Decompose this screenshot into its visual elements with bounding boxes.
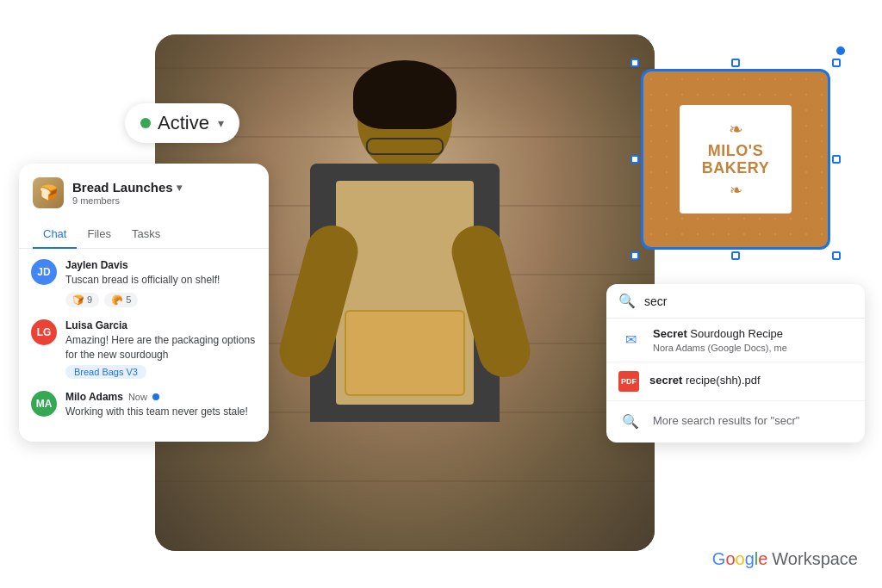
reaction-croissant[interactable]: 🥐 5 bbox=[104, 293, 138, 307]
search-result-1[interactable]: ✉ Secret Sourdough Recipe Nora Adams (Go… bbox=[606, 319, 865, 362]
search-result-2[interactable]: PDF secret recipe(shh).pdf bbox=[606, 362, 865, 401]
msg-content-2: Luisa Garcia Amazing! Here are the packa… bbox=[65, 319, 257, 380]
message-3: MA Milo Adams Now Working with this team… bbox=[31, 391, 257, 419]
result-subtitle-1: Nora Adams (Google Docs), me bbox=[653, 343, 853, 353]
msg-text-3: Working with this team never gets stale! bbox=[65, 405, 257, 419]
msg-author-2: Luisa Garcia bbox=[65, 319, 257, 331]
tab-files[interactable]: Files bbox=[77, 222, 121, 249]
search-panel: 🔍 secr ✉ Secret Sourdough Recipe Nora Ad… bbox=[606, 284, 865, 443]
channel-info: Bread Launches ▾ 9 members bbox=[72, 180, 255, 206]
msg-content-1: Jaylen Davis Tuscan bread is officially … bbox=[65, 259, 257, 307]
brand-o2: o bbox=[736, 549, 745, 568]
doc-icon: ✉ bbox=[618, 328, 643, 352]
bakery-subtitle: BAKERY bbox=[697, 159, 774, 177]
chat-messages: JD Jaylen Davis Tuscan bread is official… bbox=[19, 249, 269, 442]
chevron-down-icon: ▾ bbox=[218, 116, 224, 130]
search-query-text[interactable]: secr bbox=[644, 294, 853, 308]
handle-bottom-right[interactable] bbox=[832, 251, 841, 260]
message-1: JD Jaylen Davis Tuscan bread is official… bbox=[31, 259, 257, 307]
chat-header: 🍞 Bread Launches ▾ 9 members bbox=[19, 164, 269, 208]
brand-workspace-text: Workspace bbox=[772, 549, 858, 569]
active-status-pill[interactable]: Active ▾ bbox=[125, 103, 239, 143]
active-status-dot bbox=[140, 118, 151, 128]
handle-top-right[interactable] bbox=[832, 59, 841, 67]
selection-corner-dot bbox=[836, 46, 845, 55]
channel-icon: 🍞 bbox=[33, 177, 64, 208]
msg-content-3: Milo Adams Now Working with this team ne… bbox=[65, 391, 257, 419]
brand-g: G bbox=[712, 549, 726, 568]
msg-text-2: Amazing! Here are the packaging options … bbox=[65, 333, 257, 362]
result-title-more: More search results for "secr" bbox=[653, 414, 853, 429]
channel-members-count: 9 members bbox=[72, 195, 255, 206]
msg-author-3: Milo Adams Now bbox=[65, 391, 257, 403]
msg-text-1: Tuscan bread is officially on shelf! bbox=[65, 273, 257, 288]
pdf-icon: PDF bbox=[618, 371, 639, 392]
channel-name[interactable]: Bread Launches ▾ bbox=[72, 180, 255, 195]
google-workspace-brand: Google Workspace bbox=[712, 549, 858, 569]
msg-tag-bags[interactable]: Bread Bags V3 bbox=[65, 365, 146, 379]
result-content-more: More search results for "secr" bbox=[653, 414, 853, 429]
tab-tasks[interactable]: Tasks bbox=[121, 222, 171, 249]
tab-chat[interactable]: Chat bbox=[33, 222, 77, 249]
result-content-1: Secret Sourdough Recipe Nora Adams (Goog… bbox=[653, 327, 853, 353]
avatar-jaylen: JD bbox=[31, 259, 57, 285]
chat-panel: 🍞 Bread Launches ▾ 9 members Chat Files … bbox=[19, 164, 269, 442]
result-content-2: secret recipe(shh).pdf bbox=[649, 374, 853, 388]
avatar-milo: MA bbox=[31, 391, 57, 417]
bakery-name: MILO'S bbox=[697, 143, 774, 160]
chat-tabs: Chat Files Tasks bbox=[19, 215, 269, 249]
active-label: Active bbox=[158, 112, 209, 134]
brand-e: e bbox=[758, 549, 767, 568]
search-input-row[interactable]: 🔍 secr bbox=[606, 284, 865, 319]
result-title-1: Secret Sourdough Recipe bbox=[653, 327, 853, 342]
brand-o3: g bbox=[745, 549, 755, 568]
bakery-inner: ❧ MILO'S BAKERY ❧ bbox=[680, 105, 792, 214]
message-2: LG Luisa Garcia Amazing! Here are the pa… bbox=[31, 319, 257, 380]
avatar-luisa: LG bbox=[31, 319, 57, 345]
bakery-wheat-bottom: ❧ bbox=[697, 181, 774, 200]
msg-reactions-1: 🍞 9 🥐 5 bbox=[65, 293, 257, 307]
channel-chevron-icon: ▾ bbox=[177, 182, 182, 194]
online-indicator bbox=[152, 393, 159, 400]
bakery-wheat-top: ❧ bbox=[697, 119, 774, 139]
handle-top-middle[interactable] bbox=[731, 59, 740, 67]
msg-author-1: Jaylen Davis bbox=[65, 259, 257, 271]
search-result-more[interactable]: 🔍 More search results for "secr" bbox=[606, 401, 865, 443]
msg-timestamp-3: Now bbox=[128, 392, 147, 402]
search-icon: 🔍 bbox=[618, 293, 636, 309]
result-title-2: secret recipe(shh).pdf bbox=[649, 374, 853, 388]
more-search-icon: 🔍 bbox=[618, 410, 643, 434]
reaction-bread[interactable]: 🍞 9 bbox=[65, 293, 99, 307]
bakery-logo-card: ❧ MILO'S BAKERY ❧ bbox=[641, 69, 830, 250]
handle-bottom-middle[interactable] bbox=[731, 251, 740, 260]
handle-middle-right[interactable] bbox=[832, 155, 841, 164]
brand-o1: o bbox=[725, 549, 735, 568]
